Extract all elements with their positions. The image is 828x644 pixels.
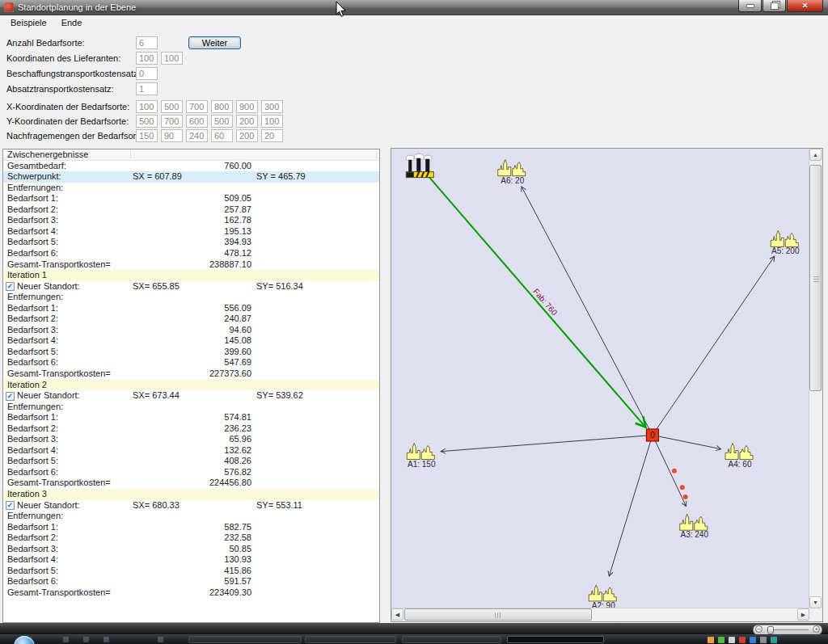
taskbar-button[interactable] <box>188 636 302 643</box>
table-row: Gesamt-Transportkosten=223409.30 <box>3 587 379 599</box>
iteration-checkbox[interactable]: ✓ <box>6 282 15 291</box>
scroll-down-button[interactable]: ▼ <box>809 596 822 608</box>
iteration-checkbox[interactable]: ✓ <box>6 501 15 510</box>
input-field[interactable]: 100 <box>136 52 158 65</box>
horizontal-scroll-thumb[interactable] <box>404 608 592 621</box>
row-value: 65.96 <box>130 434 251 444</box>
factory-icon <box>406 154 433 178</box>
row-value: 478.12 <box>130 248 251 259</box>
input-field[interactable]: 700 <box>186 100 208 113</box>
zoom-control[interactable]: − + <box>753 625 822 635</box>
input-field[interactable]: 6 <box>136 36 158 49</box>
thumb-grip <box>495 612 502 618</box>
input-field[interactable]: 500 <box>211 115 233 128</box>
table-row: Entfernungen: <box>3 511 379 522</box>
input-field[interactable]: 500 <box>136 115 158 128</box>
row-value: 130.93 <box>130 554 251 565</box>
minimize-button[interactable] <box>738 0 762 12</box>
row-label: Bedarfsort 1: <box>7 522 58 532</box>
city-icon <box>589 585 616 601</box>
input-field[interactable]: 90 <box>161 129 183 142</box>
input-field[interactable]: 100 <box>136 100 158 113</box>
input-field[interactable]: 800 <box>211 100 233 113</box>
zoom-out-icon[interactable]: − <box>755 625 763 633</box>
table-row: ✓Neuer Standort:SX= 673.44SY= 539.62 <box>3 390 379 402</box>
horizontal-scrollbar[interactable]: ◀ ▶ <box>391 608 809 621</box>
scroll-left-button[interactable]: ◀ <box>391 608 403 621</box>
row-label: Bedarfsort 5: <box>7 347 58 357</box>
table-row: Bedarfsort 4:195.13 <box>3 226 379 238</box>
row-label: Iteration 2 <box>7 380 47 390</box>
scroll-up-button[interactable]: ▲ <box>809 149 822 161</box>
input-field[interactable]: 200 <box>236 115 258 128</box>
zoom-slider-thumb[interactable] <box>767 626 774 634</box>
input-field[interactable]: 900 <box>236 100 258 113</box>
input-field[interactable]: 1 <box>136 82 158 95</box>
input-field[interactable]: 100 <box>161 52 183 65</box>
close-button[interactable]: ✕ <box>787 0 823 12</box>
quick-launch-icon[interactable] <box>63 637 69 642</box>
input-field[interactable]: 300 <box>261 100 283 113</box>
row-label: Bedarfsort 4: <box>7 335 58 346</box>
city-icon <box>725 444 753 460</box>
table-row: Entfernungen: <box>3 183 379 194</box>
edge-to-a1 <box>441 435 653 451</box>
tray-icon[interactable] <box>708 637 714 643</box>
demand-label: A5: 200 <box>771 246 800 255</box>
field-label: Koordinaten des Lieferanten: <box>6 53 120 63</box>
taskbar-button-active[interactable] <box>507 636 604 643</box>
input-field[interactable]: 100 <box>261 115 283 128</box>
row-label: Bedarfsort 6: <box>7 248 58 259</box>
menu-item-beispiele[interactable]: Beispiele <box>3 16 54 29</box>
zoom-in-icon[interactable]: + <box>813 625 820 633</box>
form-row: Absatztransportkostensatz:1 <box>6 82 572 95</box>
row-label: Bedarfsort 4: <box>7 554 58 565</box>
input-field[interactable]: 200 <box>236 129 258 142</box>
iteration-checkbox[interactable]: ✓ <box>6 392 15 401</box>
taskbar-button[interactable] <box>305 636 396 643</box>
table-row: Bedarfsort 2:236.23 <box>3 423 379 435</box>
table-row: Bedarfsort 2:257.87 <box>3 204 379 216</box>
row-label: Bedarfsort 3: <box>7 215 58 225</box>
row-value: 240.87 <box>130 314 251 324</box>
tray-icon[interactable] <box>718 637 724 643</box>
input-field[interactable]: 700 <box>161 115 183 128</box>
restore-button[interactable] <box>763 0 786 12</box>
table-row: Gesamtbedarf:760.00 <box>3 161 379 172</box>
tray-icon[interactable] <box>771 637 777 643</box>
table-row: ✓Neuer Standort:SX= 680.33SY= 553.11 <box>3 500 379 511</box>
menu-item-ende[interactable]: Ende <box>54 16 90 29</box>
input-field[interactable]: 240 <box>186 129 208 142</box>
tray-icon[interactable] <box>729 637 735 643</box>
input-field[interactable]: 600 <box>186 115 208 128</box>
form-area: Weiter Anzahl Bedarfsorte:6Koordinaten d… <box>0 29 828 148</box>
table-row: Gesamt-Transportkosten=238887.10 <box>3 259 379 271</box>
form-row: Nachfragemengen der Bedarfsorte:15090240… <box>6 129 572 142</box>
taskbar-button[interactable] <box>402 636 501 643</box>
table-row: Iteration 1 <box>3 270 379 281</box>
tray-icon[interactable] <box>750 637 756 643</box>
input-field[interactable]: 500 <box>161 100 183 113</box>
tray-icon[interactable] <box>739 637 746 643</box>
quick-launch-icon[interactable] <box>158 637 163 642</box>
vertical-scroll-thumb[interactable] <box>809 165 822 391</box>
quick-launch-icon[interactable] <box>83 637 89 642</box>
scroll-right-button[interactable]: ▶ <box>797 608 809 621</box>
table-row: Bedarfsort 2:232.58 <box>3 532 379 544</box>
row-value: 236.23 <box>130 423 251 434</box>
input-field[interactable]: 150 <box>136 129 158 142</box>
row-value: 224456.80 <box>130 478 251 488</box>
row-label: Bedarfsort 3: <box>7 434 58 444</box>
edge-to-a3 <box>653 435 686 506</box>
quick-launch-icon[interactable] <box>104 637 109 642</box>
input-field[interactable]: 20 <box>261 129 283 142</box>
titlebar[interactable]: Standortplanung in der Ebene ✕ <box>0 0 828 15</box>
tray-icon[interactable] <box>760 637 767 643</box>
input-field[interactable]: 0 <box>136 67 158 80</box>
start-button[interactable] <box>14 636 35 644</box>
edge-to-a4 <box>653 435 721 448</box>
input-field[interactable]: 60 <box>211 129 233 142</box>
row-label: Entfernungen: <box>7 183 63 193</box>
menubar: BeispieleEnde <box>0 15 828 29</box>
vertical-scrollbar[interactable]: ▲ ▼ <box>809 149 822 608</box>
